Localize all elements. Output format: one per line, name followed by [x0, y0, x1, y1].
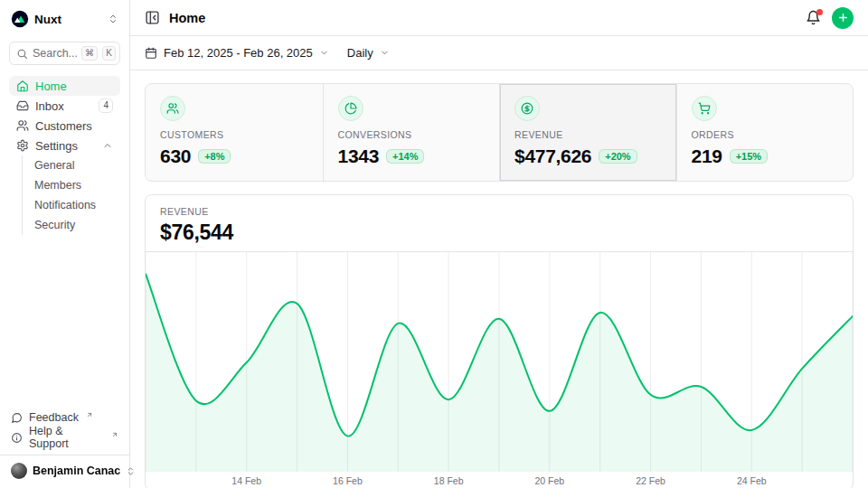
search-box[interactable]: ⌘ K: [9, 42, 120, 65]
stat-value: 630: [160, 145, 191, 168]
users-icon: [16, 119, 29, 132]
header-actions: [806, 7, 854, 29]
chart-pie-icon: [338, 96, 363, 121]
dashboard-content: CUSTOMERS 630 +8% CONVERSIONS 1343 +14%: [130, 70, 868, 488]
sidebar-item-label: Home: [35, 80, 67, 93]
subnav-label: Security: [34, 219, 75, 231]
filters-toolbar: Feb 12, 2025 - Feb 26, 2025 Daily: [130, 36, 868, 70]
stat-change-badge: +14%: [386, 149, 424, 164]
page-title: Home: [169, 11, 205, 25]
circle-dollar-icon: [514, 96, 540, 121]
kbd-cmd: ⌘: [81, 46, 98, 61]
workspace-name: Nuxt: [34, 13, 61, 26]
date-range-value: Feb 12, 2025 - Feb 26, 2025: [164, 46, 313, 60]
gear-icon: [16, 139, 29, 152]
stat-card-conversions[interactable]: CONVERSIONS 1343 +14%: [323, 84, 500, 181]
inbox-count-badge: 4: [99, 99, 113, 113]
period-select[interactable]: Daily: [347, 46, 390, 60]
chart-metric-label: REVENUE: [160, 206, 838, 217]
sidebar-item-security[interactable]: Security: [23, 215, 120, 235]
help-support-label: Help & Support: [29, 425, 104, 450]
users-icon: [160, 96, 185, 121]
sidebar-item-members[interactable]: Members: [23, 175, 120, 195]
nuxt-logo-icon: [11, 10, 29, 28]
date-range-picker[interactable]: Feb 12, 2025 - Feb 26, 2025: [145, 46, 329, 60]
stat-value: 1343: [338, 145, 380, 168]
revenue-chart-card: REVENUE $76,544 14 Feb 16 Feb 18 Feb 20 …: [145, 194, 854, 488]
stat-change-badge: +20%: [599, 149, 637, 164]
external-link-icon: [111, 431, 118, 438]
stat-label: ORDERS: [692, 129, 839, 140]
chart-header: REVENUE $76,544: [146, 195, 853, 251]
sidebar-item-label: Customers: [35, 119, 92, 133]
notifications-button[interactable]: [806, 10, 821, 25]
subnav-label: Notifications: [34, 199, 96, 211]
calendar-icon: [145, 47, 157, 60]
chevron-down-icon: [319, 48, 329, 58]
chart-metric-value: $76,544: [160, 221, 838, 244]
sidebar-collapse-button[interactable]: [145, 10, 160, 25]
chevrons-up-down-icon: [126, 466, 136, 476]
settings-subnav: General Members Notifications Security: [22, 155, 120, 235]
sidebar-item-settings[interactable]: Settings: [9, 136, 120, 155]
stat-card-orders[interactable]: ORDERS 219 +15%: [676, 84, 854, 181]
x-tick: 20 Feb: [534, 475, 564, 486]
chat-bubble-icon: [11, 412, 23, 424]
search-icon: [16, 48, 28, 60]
stat-change-badge: +8%: [198, 149, 231, 164]
subnav-label: General: [34, 159, 74, 172]
chevron-down-icon: [380, 48, 390, 58]
avatar: [11, 463, 27, 479]
panel-left-close-icon: [145, 10, 160, 25]
stat-card-revenue[interactable]: REVENUE $477,626 +20%: [499, 84, 676, 181]
main-area: Home Feb 12, 2025 - Feb 26, 2025 Daily: [130, 0, 868, 488]
sidebar-item-label: Inbox: [35, 99, 64, 113]
sidebar-item-home[interactable]: Home: [9, 76, 120, 96]
plus-icon: [837, 12, 849, 23]
house-icon: [16, 80, 29, 92]
revenue-chart-plot[interactable]: [146, 251, 853, 472]
x-tick: 24 Feb: [737, 475, 767, 486]
chevrons-up-down-icon: [108, 14, 118, 24]
inbox-icon: [16, 99, 29, 112]
sidebar-nav: Home Inbox 4 Customers Settings Ge: [9, 76, 120, 235]
stat-label: REVENUE: [514, 129, 662, 140]
sidebar-item-label: Settings: [35, 139, 78, 153]
new-item-button[interactable]: [832, 7, 854, 29]
cart-icon: [692, 96, 717, 121]
workspace-switcher[interactable]: Nuxt: [9, 8, 120, 30]
page-header: Home: [130, 0, 868, 36]
sidebar-item-inbox[interactable]: Inbox 4: [9, 96, 120, 116]
x-tick: 22 Feb: [636, 475, 665, 486]
stat-change-badge: +15%: [730, 149, 768, 164]
stat-label: CUSTOMERS: [160, 129, 308, 140]
x-tick: 14 Feb: [231, 475, 261, 486]
x-axis-ticks: 14 Feb 16 Feb 18 Feb 20 Feb 22 Feb 24 Fe…: [146, 472, 853, 488]
user-menu[interactable]: Benjamin Canac: [9, 455, 120, 481]
sidebar-footer: Feedback Help & Support Benjamin Canac: [9, 408, 120, 481]
user-name: Benjamin Canac: [33, 465, 120, 477]
help-support-link[interactable]: Help & Support: [9, 427, 120, 447]
revenue-area-chart: [146, 252, 853, 472]
stat-value: $477,626: [514, 145, 591, 168]
kbd-k: K: [102, 46, 116, 61]
stats-row: CUSTOMERS 630 +8% CONVERSIONS 1343 +14%: [145, 83, 854, 182]
search-input[interactable]: [33, 47, 77, 60]
sidebar-item-general[interactable]: General: [23, 155, 120, 175]
feedback-label: Feedback: [29, 411, 79, 424]
stat-value: 219: [692, 145, 722, 168]
x-tick: 18 Feb: [434, 475, 464, 486]
sidebar: Nuxt ⌘ K Home Inbox 4: [0, 0, 130, 488]
stat-label: CONVERSIONS: [338, 129, 486, 140]
unread-dot: [816, 9, 823, 15]
sidebar-item-notifications[interactable]: Notifications: [23, 195, 120, 215]
stat-card-customers[interactable]: CUSTOMERS 630 +8%: [146, 84, 323, 181]
chevron-up-icon: [102, 140, 113, 151]
external-link-icon: [86, 411, 93, 418]
period-value: Daily: [347, 46, 373, 60]
info-circle-icon: [11, 432, 23, 444]
sidebar-item-customers[interactable]: Customers: [9, 116, 120, 136]
subnav-label: Members: [34, 179, 81, 192]
x-tick: 16 Feb: [333, 475, 363, 486]
